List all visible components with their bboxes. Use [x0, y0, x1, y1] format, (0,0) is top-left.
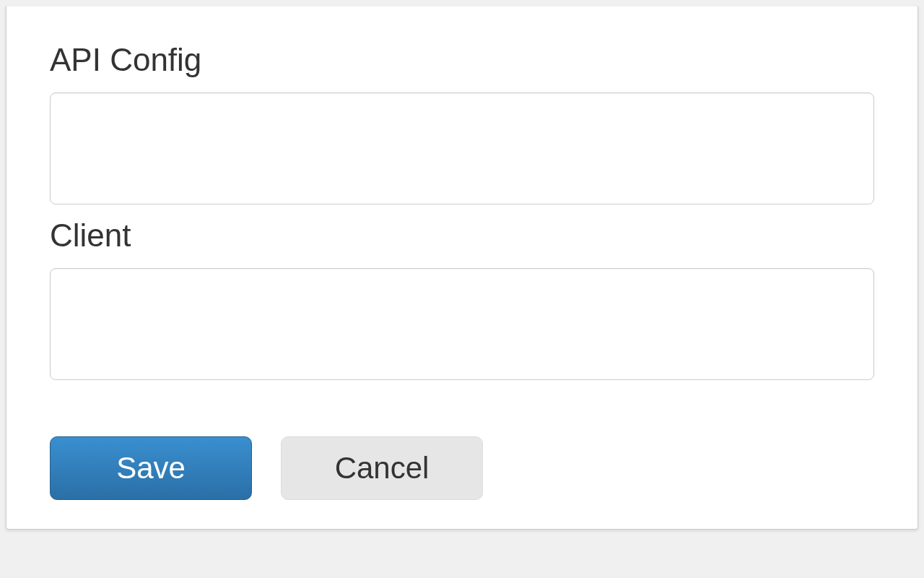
- client-label: Client: [50, 217, 874, 254]
- save-button[interactable]: Save: [50, 436, 252, 500]
- api-config-input[interactable]: [50, 92, 874, 204]
- api-config-label: API Config: [50, 42, 874, 78]
- cancel-button[interactable]: Cancel: [281, 436, 483, 500]
- button-row: Save Cancel: [50, 436, 874, 500]
- config-form-panel: API Config Client Save Cancel: [6, 6, 918, 530]
- client-input[interactable]: [50, 268, 874, 380]
